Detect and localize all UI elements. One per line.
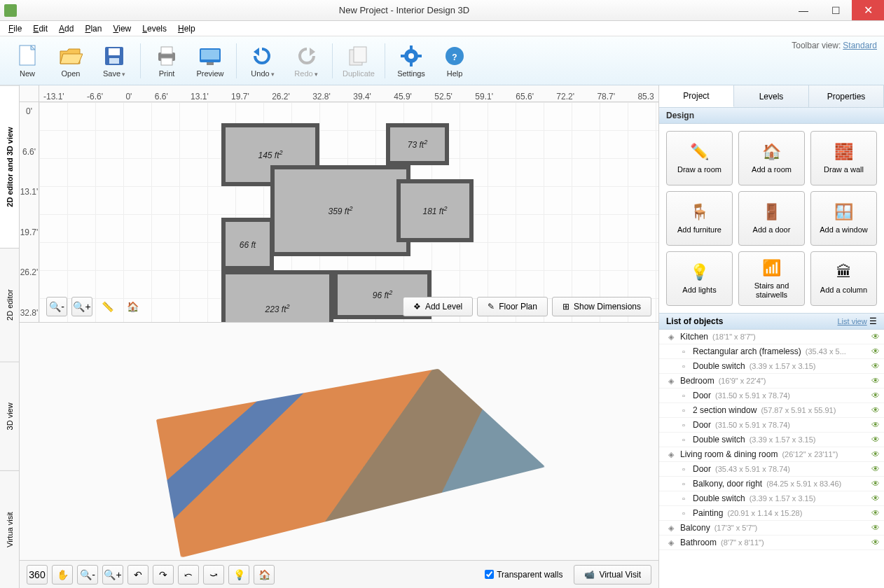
list-item[interactable]: ▫Door (31.50 x 5.91 x 78.74)👁 xyxy=(659,418,884,433)
list-item[interactable]: ◈Kitchen (18'1" x 8'7")👁 xyxy=(659,330,884,344)
list-item[interactable]: ▫Balkony, door right (84.25 x 5.91 x 83.… xyxy=(659,477,884,491)
list-item[interactable]: ▫Painting (20.91 x 1.14 x 15.28)👁 xyxy=(659,506,884,521)
undo-button[interactable]: Undo▾ xyxy=(241,43,284,79)
zoom-in-3d-button[interactable]: 🔍+ xyxy=(102,565,123,584)
menu-add[interactable]: Add xyxy=(53,22,79,35)
zoom-in-button[interactable]: 🔍+ xyxy=(71,297,92,316)
pan-button[interactable]: ✋ xyxy=(52,565,73,584)
add-furniture-button[interactable]: 🪑Add furniture xyxy=(666,191,733,246)
tilt-left-button[interactable]: ⤺ xyxy=(178,565,199,584)
visibility-icon[interactable]: 👁 xyxy=(871,479,880,489)
add-level-button[interactable]: ❖Add Level xyxy=(403,297,473,316)
menu-edit[interactable]: Edit xyxy=(27,22,53,35)
view-tab-2[interactable]: 3D view xyxy=(0,361,19,470)
open-button[interactable]: Open xyxy=(49,43,92,79)
floor-plan-button[interactable]: ✎Floor Plan xyxy=(477,297,548,316)
canvas-3d[interactable] xyxy=(20,323,658,560)
draw-a-room-button[interactable]: ✏️Draw a room xyxy=(666,131,733,186)
menu-view[interactable]: View xyxy=(107,22,137,35)
tab-levels[interactable]: Levels xyxy=(734,85,809,107)
room[interactable]: 359 ft2 xyxy=(270,165,410,256)
floorplan-icon: ✎ xyxy=(488,302,495,312)
object-list[interactable]: ◈Kitchen (18'1" x 8'7")👁▫Rectangular arc… xyxy=(659,330,884,588)
design-icon: 🚪 xyxy=(761,202,782,223)
redo-button[interactable]: Redo▾ xyxy=(284,43,328,79)
view-tab-3[interactable]: Virtua visit xyxy=(0,470,19,588)
design-icon: 🏛 xyxy=(834,262,855,283)
list-icon[interactable]: ☰ xyxy=(869,316,877,326)
light-button[interactable]: 💡 xyxy=(228,565,249,584)
orbit-left-button[interactable]: ↶ xyxy=(127,565,149,584)
menu-file[interactable]: File xyxy=(3,22,27,35)
zoom-out-3d-button[interactable]: 🔍- xyxy=(77,565,98,584)
transparent-walls-checkbox[interactable]: Transparent walls xyxy=(485,570,562,580)
tilt-right-button[interactable]: ⤻ xyxy=(203,565,224,584)
print-button[interactable]: Print xyxy=(145,43,188,79)
tab-properties[interactable]: Properties xyxy=(809,85,884,107)
zoom-out-button[interactable]: 🔍- xyxy=(46,297,67,316)
visibility-icon[interactable]: 👁 xyxy=(871,420,880,430)
duplicate-button[interactable]: Duplicate xyxy=(337,43,380,79)
visibility-icon[interactable]: 👁 xyxy=(871,508,880,518)
stairs-and-stairwells-button[interactable]: 📶Stairs and stairwells xyxy=(738,251,805,306)
menu-plan[interactable]: Plan xyxy=(79,22,107,35)
view-tab-1[interactable]: 2D editor xyxy=(0,248,19,361)
home-icon[interactable]: 🏠 xyxy=(122,297,143,316)
add-a-room-button[interactable]: 🏠Add a room xyxy=(738,131,805,186)
tab-project[interactable]: Project xyxy=(659,85,734,107)
toolbar-view-mode[interactable]: Standard xyxy=(843,41,877,50)
visibility-icon[interactable]: 👁 xyxy=(871,493,880,503)
list-item[interactable]: ▫Rectangular arch (frameless) (35.43 x 5… xyxy=(659,344,884,359)
save-button[interactable]: Save▾ xyxy=(92,43,136,79)
menu-levels[interactable]: Levels xyxy=(137,22,172,35)
list-item[interactable]: ◈Bedroom (16'9" x 22'4")👁 xyxy=(659,374,884,388)
list-item[interactable]: ▫Double switch (3.39 x 1.57 x 3.15)👁 xyxy=(659,433,884,447)
close-button[interactable]: ✕ xyxy=(852,0,884,20)
home-3d-button[interactable]: 🏠 xyxy=(254,565,275,584)
settings-button[interactable]: Settings xyxy=(389,43,433,79)
list-item[interactable]: ◈Living room & dining room (26'12" x 23'… xyxy=(659,447,884,462)
room[interactable]: 223 ft2 xyxy=(221,270,333,322)
list-item[interactable]: ▫2 section window (57.87 x 5.91 x 55.91)… xyxy=(659,403,884,418)
visibility-icon[interactable]: 👁 xyxy=(871,538,880,547)
visibility-icon[interactable]: 👁 xyxy=(871,449,880,459)
visibility-icon[interactable]: 👁 xyxy=(871,332,880,342)
visibility-icon[interactable]: 👁 xyxy=(871,405,880,415)
show-dimensions-button[interactable]: ⊞Show Dimensions xyxy=(552,297,651,316)
canvas-2d[interactable]: 145 ft273 ft2359 ft2181 ft266 ft223 ft29… xyxy=(39,102,658,322)
list-item[interactable]: ◈Bathroom (8'7" x 8'11")👁 xyxy=(659,536,884,550)
measure-icon[interactable]: 📏 xyxy=(97,297,118,316)
virtual-visit-button[interactable]: 📹Virtual Visit xyxy=(574,565,651,584)
visibility-icon[interactable]: 👁 xyxy=(871,376,880,386)
new-button[interactable]: New xyxy=(6,43,49,79)
add-lights-button[interactable]: 💡Add lights xyxy=(666,251,733,306)
visibility-icon[interactable]: 👁 xyxy=(871,523,880,533)
orbit-right-button[interactable]: ↷ xyxy=(153,565,174,584)
room[interactable]: 73 ft2 xyxy=(386,123,449,165)
help-button[interactable]: ?Help xyxy=(433,43,476,79)
add-a-column-button[interactable]: 🏛Add a column xyxy=(810,251,877,306)
visibility-icon[interactable]: 👁 xyxy=(871,361,880,371)
list-item[interactable]: ▫Door (31.50 x 5.91 x 78.74)👁 xyxy=(659,388,884,403)
maximize-button[interactable]: ☐ xyxy=(820,0,852,20)
floorplan[interactable]: 145 ft273 ft2359 ft2181 ft266 ft223 ft29… xyxy=(207,123,502,322)
visibility-icon[interactable]: 👁 xyxy=(871,435,880,444)
draw-a-wall-button[interactable]: 🧱Draw a wall xyxy=(810,131,877,186)
add-a-window-button[interactable]: 🪟Add a window xyxy=(810,191,877,246)
list-item[interactable]: ▫Double switch (3.39 x 1.57 x 3.15)👁 xyxy=(659,359,884,374)
add-a-door-button[interactable]: 🚪Add a door xyxy=(738,191,805,246)
visibility-icon[interactable]: 👁 xyxy=(871,464,880,474)
room[interactable]: 181 ft2 xyxy=(396,179,474,242)
rotate-360-button[interactable]: 360 xyxy=(27,565,48,584)
visibility-icon[interactable]: 👁 xyxy=(871,346,880,356)
list-item[interactable]: ▫Double switch (3.39 x 1.57 x 3.15)👁 xyxy=(659,491,884,506)
list-item[interactable]: ▫Door (35.43 x 5.91 x 78.74)👁 xyxy=(659,462,884,477)
list-item[interactable]: ◈Balcony (17'3" x 5'7")👁 xyxy=(659,521,884,536)
menu-help[interactable]: Help xyxy=(172,22,201,35)
minimize-button[interactable]: — xyxy=(787,0,820,20)
preview-button[interactable]: Preview xyxy=(188,43,232,79)
visibility-icon[interactable]: 👁 xyxy=(871,391,880,400)
list-view-toggle[interactable]: List view xyxy=(837,317,866,326)
room[interactable]: 66 ft xyxy=(221,218,274,270)
view-tab-0[interactable]: 2D editor and 3D view xyxy=(0,85,19,248)
